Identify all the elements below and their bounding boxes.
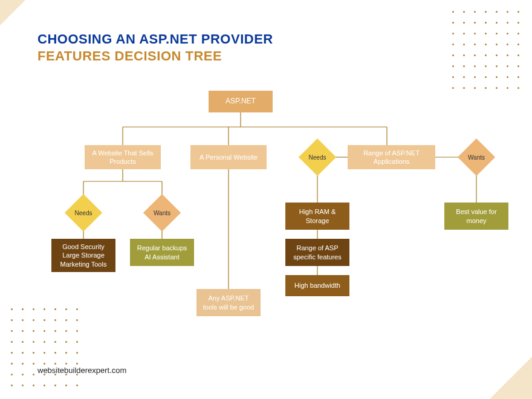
corner-decoration-top-left [0, 0, 25, 25]
box-text: High RAM & Storage [290, 207, 345, 225]
box-text: High bandwidth [294, 281, 340, 290]
footer-source-url: websitebuilderexpert.com [37, 366, 126, 375]
box-text: Best value for money [449, 207, 504, 225]
box-text: Any ASP.NET tools will be good [201, 294, 256, 311]
box-sells-wants: Regular backups AI Assistant [130, 239, 194, 266]
diamond-apps-needs: Needs [299, 139, 336, 175]
box-apps-needs-bandwidth: High bandwidth [285, 275, 349, 296]
category-range-applications: Range of ASP.NET Applications [348, 145, 435, 169]
corner-decoration-bottom-right [490, 357, 532, 399]
page-title: CHOOSING AN ASP.NET PROVIDER [37, 31, 273, 47]
diamond-sells-wants: Wants [144, 195, 180, 231]
page-header: CHOOSING AN ASP.NET PROVIDER FEATURES DE… [37, 31, 273, 64]
category-label: A Personal Website [199, 153, 258, 161]
box-sells-needs: Good Security Large Storage Marketing To… [51, 239, 115, 272]
source-url-text: websitebuilderexpert.com [37, 366, 126, 375]
category-label: Range of ASP.NET Applications [352, 149, 430, 166]
root-label: ASP.NET [225, 97, 256, 106]
page-subtitle: FEATURES DECISION TREE [37, 48, 273, 64]
diamond-label: Needs [75, 210, 92, 216]
root-node: ASP.NET [209, 91, 273, 112]
box-text: Range of ASP specific features [290, 244, 345, 261]
box-apps-needs-features: Range of ASP specific features [285, 239, 349, 266]
box-personal-result: Any ASP.NET tools will be good [196, 289, 261, 316]
category-sells-products: A Website That Sells Products [85, 145, 161, 169]
dot-grid-top-right [452, 11, 521, 91]
box-apps-wants: Best value for money [444, 203, 508, 230]
box-text: Regular backups AI Assistant [137, 244, 187, 261]
diamond-sells-needs: Needs [65, 195, 102, 231]
box-text: Good Security Large Storage Marketing To… [60, 242, 107, 268]
dot-grid-bottom-left [11, 308, 80, 388]
diamond-label: Needs [309, 154, 326, 161]
category-personal-website: A Personal Website [190, 145, 267, 169]
diamond-label: Wants [154, 210, 170, 216]
diamond-apps-wants: Wants [458, 139, 495, 175]
category-label: A Website That Sells Products [89, 149, 156, 166]
diamond-label: Wants [468, 154, 485, 161]
box-apps-needs-ram: High RAM & Storage [285, 203, 349, 230]
